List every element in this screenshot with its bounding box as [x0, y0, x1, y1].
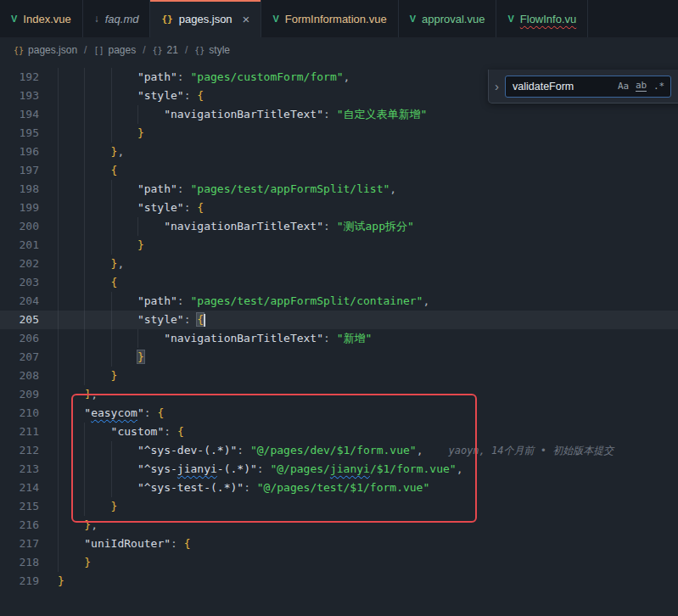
line-number[interactable]: 204: [0, 292, 58, 311]
breadcrumb: {}pages.json/[]pages/{}21/{}style: [0, 37, 678, 63]
line-number[interactable]: 200: [0, 217, 58, 236]
code-token: {: [197, 201, 204, 214]
code-line-211[interactable]: 211"custom": {: [0, 423, 678, 441]
code-token: }: [137, 126, 144, 139]
code-token: "pages/test/appFormSplit/container": [191, 294, 423, 307]
chevron-right-icon[interactable]: ›: [495, 80, 499, 92]
line-number[interactable]: 201: [0, 236, 58, 255]
breadcrumb-item-21[interactable]: {}21: [153, 44, 178, 56]
find-input[interactable]: validateForm Aa ab .*: [505, 76, 671, 98]
line-number[interactable]: 216: [0, 516, 58, 535]
code-token: :: [177, 70, 191, 83]
code-token: :: [177, 294, 191, 307]
code-line-199[interactable]: 199"style": {: [0, 199, 678, 217]
tab-approval-vue[interactable]: Vapproval.vue: [399, 0, 497, 37]
code-text: },: [58, 143, 678, 161]
code-line-196[interactable]: 196},: [0, 143, 678, 161]
code-line-206[interactable]: 206"navigationBarTitleText": "新增": [0, 329, 678, 348]
line-number[interactable]: 212: [0, 441, 58, 460]
line-number[interactable]: 198: [0, 180, 58, 199]
indent-guide: [84, 161, 110, 180]
tab-forminformation-vue[interactable]: VFormInformation.vue: [261, 0, 398, 37]
line-number[interactable]: 206: [0, 329, 58, 348]
code-line-214[interactable]: 214"^sys-test-(.*)": "@/pages/test/$1/fo…: [0, 479, 678, 497]
line-number[interactable]: 196: [0, 143, 58, 161]
code-token: :: [323, 108, 337, 120]
code-line-195[interactable]: 195}: [0, 124, 678, 143]
editor[interactable]: 192"path": "pages/customForm/form",193"s…: [0, 63, 678, 616]
code-text: }: [58, 367, 678, 385]
code-line-198[interactable]: 198"path": "pages/test/appFormSplit/list…: [0, 180, 678, 199]
line-number[interactable]: 202: [0, 255, 58, 273]
line-number[interactable]: 203: [0, 273, 58, 292]
line-number[interactable]: 195: [0, 124, 58, 143]
line-number[interactable]: 205: [0, 311, 58, 329]
code-line-208[interactable]: 208}: [0, 367, 678, 385]
breadcrumb-separator: /: [143, 44, 145, 56]
line-number[interactable]: 214: [0, 479, 58, 497]
code-line-218[interactable]: 218}: [0, 553, 678, 572]
line-number[interactable]: 213: [0, 460, 58, 479]
line-number[interactable]: 208: [0, 367, 58, 385]
line-number[interactable]: 210: [0, 404, 58, 423]
tab-label: FlowInfo.vu: [520, 13, 576, 25]
line-number[interactable]: 197: [0, 161, 58, 180]
code-token: :: [323, 332, 337, 344]
code-token: ,: [91, 518, 98, 531]
code-line-217[interactable]: 217"uniIdRouter": {: [0, 535, 678, 553]
match-case-button[interactable]: Aa: [615, 78, 631, 94]
tab-pages-json[interactable]: {}pages.json×: [150, 0, 261, 37]
code-text: "style": {: [58, 311, 678, 329]
line-number[interactable]: 218: [0, 553, 58, 572]
tab-index-vue[interactable]: VIndex.vue: [0, 0, 83, 37]
code-line-204[interactable]: 204"path": "pages/test/appFormSplit/cont…: [0, 292, 678, 311]
code-line-203[interactable]: 203{: [0, 273, 678, 292]
indent-guide: [84, 124, 110, 143]
tab-flowinfo-vu[interactable]: VFlowInfo.vu: [496, 0, 588, 37]
breadcrumb-item-style[interactable]: {}style: [194, 44, 230, 56]
code-line-201[interactable]: 201}: [0, 236, 678, 255]
close-tab-icon[interactable]: ×: [243, 13, 250, 25]
code-token: "uniIdRouter": [84, 537, 171, 550]
regex-button[interactable]: .*: [651, 78, 667, 94]
code-line-209[interactable]: 209],: [0, 385, 678, 404]
code-token: "^sys-: [137, 462, 177, 475]
indent-guide: [58, 143, 84, 161]
line-number[interactable]: 207: [0, 348, 58, 367]
code-text: "path": "pages/test/appFormSplit/contain…: [58, 292, 678, 311]
code-line-215[interactable]: 215}: [0, 497, 678, 516]
line-number[interactable]: 199: [0, 199, 58, 217]
breadcrumb-item-pages.json[interactable]: {}pages.json: [14, 44, 77, 56]
code-token: -(.*)": [217, 462, 257, 475]
code-line-207[interactable]: 207}: [0, 348, 678, 367]
line-number[interactable]: 219: [0, 572, 58, 591]
code-line-213[interactable]: 213"^sys-jianyi-(.*)": "@/pages/jianyi/$…: [0, 460, 678, 479]
code-line-202[interactable]: 202},: [0, 255, 678, 273]
line-number[interactable]: 209: [0, 385, 58, 404]
whole-word-button[interactable]: ab: [633, 78, 649, 94]
tab-faq-md[interactable]: ↓faq.md: [83, 0, 151, 37]
line-number[interactable]: 194: [0, 105, 58, 124]
line-number[interactable]: 192: [0, 68, 58, 87]
breadcrumb-item-pages[interactable]: []pages: [93, 44, 136, 56]
line-number[interactable]: 193: [0, 87, 58, 105]
breadcrumb-separator: /: [185, 44, 188, 56]
code-token: "path": [137, 70, 177, 83]
line-number[interactable]: 211: [0, 423, 58, 441]
indent-guide: [58, 423, 84, 441]
code-line-200[interactable]: 200"navigationBarTitleText": "测试app拆分": [0, 217, 678, 236]
indent-guide: [58, 404, 84, 423]
code-line-216[interactable]: 216},: [0, 516, 678, 535]
code-line-194[interactable]: 194"navigationBarTitleText": "自定义表单新增": [0, 105, 678, 124]
line-number[interactable]: 215: [0, 497, 58, 516]
indent-guide: [84, 441, 110, 460]
code-line-212[interactable]: 212"^sys-dev-(.*)": "@/pages/dev/$1/form…: [0, 441, 678, 460]
line-number[interactable]: 217: [0, 535, 58, 553]
vue-file-icon: V: [507, 14, 513, 24]
code-line-210[interactable]: 210"easycom": {: [0, 404, 678, 423]
code-line-197[interactable]: 197{: [0, 161, 678, 180]
code-token: :: [144, 406, 158, 419]
code-line-205[interactable]: 205"style": {: [0, 311, 678, 329]
code-token: "自定义表单新增": [337, 108, 428, 120]
code-line-219[interactable]: 219}: [0, 572, 678, 591]
